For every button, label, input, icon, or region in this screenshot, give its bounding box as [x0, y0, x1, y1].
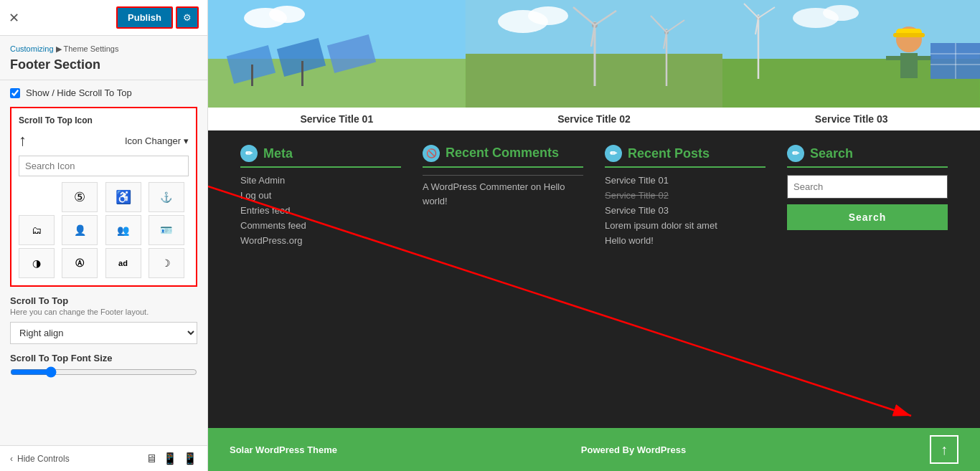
scroll-to-top-label: Scroll To Top	[10, 295, 197, 306]
service-image-1	[208, 0, 466, 108]
meta-link-logout[interactable]: Log out	[240, 190, 401, 201]
icon-cell-5[interactable]: 👤	[62, 215, 98, 245]
meta-widget-title: ✏ Meta	[240, 145, 401, 168]
panel-content: Show / Hide Scroll To Top Scroll To Top …	[0, 80, 207, 445]
recent-post-1[interactable]: Service Title 01	[605, 175, 765, 186]
recent-posts-title: ✏ Recent Posts	[605, 145, 765, 168]
recent-comments-title-text: Recent Comments	[446, 146, 559, 161]
recent-comments-title: 🚫 Recent Comments	[423, 145, 583, 168]
view-icons: 🖥 📱 📱	[146, 452, 197, 465]
recent-post-2[interactable]: Service Title 02	[605, 190, 765, 201]
comment-author: A WordPress Commenter	[423, 181, 528, 192]
meta-link-site-admin[interactable]: Site Admin	[240, 175, 401, 186]
meta-widget: ✏ Meta Site Admin Log out Entries feed C…	[230, 145, 412, 414]
scroll-to-top-desc: Here you can change the Footer layout.	[10, 308, 197, 316]
chevron-left-icon: ‹	[10, 454, 13, 464]
svg-point-22	[528, 6, 568, 25]
breadcrumb-separator: ▶	[56, 44, 64, 53]
services-images-row	[208, 0, 980, 108]
svg-point-9	[269, 6, 305, 23]
service-title-3: Service Title 03	[722, 108, 980, 130]
scroll-icon-title: Scroll To Top Icon	[19, 115, 189, 125]
icon-cell-9[interactable]: Ⓐ	[62, 248, 98, 278]
search-widget-icon: ✏	[787, 145, 804, 162]
search-widget: ✏ Search Search	[776, 145, 958, 414]
font-size-label: Scroll To Top Font Size	[10, 353, 197, 363]
recent-posts-title-text: Recent Posts	[628, 146, 710, 161]
meta-link-comments-feed[interactable]: Comments feed	[240, 220, 401, 231]
hide-controls-label: Hide Controls	[17, 454, 70, 464]
main-content: Service Title 01 Service Title 02 Servic…	[208, 0, 980, 471]
bottom-controls: ‹ Hide Controls 🖥 📱 📱	[0, 445, 207, 471]
publish-area: Publish ⚙	[116, 6, 199, 29]
svg-rect-6	[251, 65, 253, 86]
mobile-view-button[interactable]: 📱	[183, 452, 197, 465]
svg-rect-29	[918, 56, 932, 60]
icon-cell-10[interactable]: ad	[105, 248, 141, 278]
icon-cell-11[interactable]: ☽	[149, 248, 184, 278]
recent-post-5[interactable]: Hello world!	[605, 235, 765, 246]
recent-posts-widget: ✏ Recent Posts Service Title 01 Service …	[594, 145, 776, 414]
svg-point-40	[823, 5, 859, 21]
icon-cell-8[interactable]: ◑	[19, 248, 55, 278]
footer-right-text: Powered By WordPress	[581, 444, 686, 455]
footer-section: ✏ Meta Site Admin Log out Entries feed C…	[208, 130, 980, 471]
desktop-view-button[interactable]: 🖥	[146, 452, 157, 465]
customizing-link[interactable]: Customizing	[10, 44, 54, 53]
show-hide-row: Show / Hide Scroll To Top	[10, 87, 197, 98]
search-icon-input[interactable]	[19, 156, 189, 176]
main-content-wrapper: Service Title 01 Service Title 02 Servic…	[208, 0, 980, 471]
chevron-down-icon: ▾	[184, 135, 189, 146]
svg-rect-26	[893, 33, 925, 37]
left-panel: ✕ Publish ⚙ Customizing ▶ Theme Settings…	[0, 0, 208, 471]
icon-cell-1[interactable]: ⑤	[62, 182, 98, 212]
search-submit-button[interactable]: Search	[787, 204, 948, 230]
align-dropdown[interactable]: Right align Left align Center align	[10, 322, 197, 344]
icon-changer-dropdown[interactable]: Icon Changer ▾	[125, 135, 189, 146]
font-size-section: Scroll To Top Font Size	[10, 353, 197, 381]
icon-cell-empty	[19, 182, 55, 212]
section-title-area: Footer Section	[0, 54, 207, 80]
recent-comment: A WordPress Commenter on Hello world!	[423, 175, 583, 208]
show-hide-label: Show / Hide Scroll To Top	[26, 87, 132, 98]
top-bar: ✕ Publish ⚙	[0, 0, 207, 36]
scroll-to-top-section: Scroll To Top Here you can change the Fo…	[10, 295, 197, 344]
icon-changer-row: ↑ Icon Changer ▾	[19, 131, 189, 150]
recent-posts-icon: ✏	[605, 145, 622, 162]
service-titles-row: Service Title 01 Service Title 02 Servic…	[208, 108, 980, 130]
icon-cell-4[interactable]: 🗂	[19, 215, 55, 245]
search-title-text: Search	[810, 146, 853, 161]
icon-cell-2[interactable]: ♿	[105, 182, 141, 212]
show-hide-checkbox[interactable]	[10, 88, 20, 98]
scroll-top-fab-button[interactable]: ↑	[930, 435, 958, 464]
recent-comments-icon: 🚫	[423, 145, 440, 162]
footer-bottom-bar: Solar WordPress Theme Powered By WordPre…	[208, 428, 980, 471]
recent-post-3[interactable]: Service Title 03	[605, 205, 765, 216]
icon-cell-3[interactable]: ⚓	[149, 182, 184, 212]
font-size-slider[interactable]	[10, 366, 197, 378]
hide-controls-button[interactable]: ‹ Hide Controls	[10, 454, 70, 464]
svg-rect-30	[930, 43, 980, 79]
meta-title-text: Meta	[263, 146, 293, 161]
meta-link-wordpress[interactable]: WordPress.org	[240, 235, 401, 246]
icon-changer-label: Icon Changer	[125, 135, 181, 146]
footer-widgets: ✏ Meta Site Admin Log out Entries feed C…	[208, 130, 980, 428]
recent-comments-widget: 🚫 Recent Comments A WordPress Commenter …	[412, 145, 594, 414]
svg-rect-7	[301, 61, 303, 86]
close-button[interactable]: ✕	[9, 10, 19, 26]
scroll-icon-box: Scroll To Top Icon ↑ Icon Changer ▾ ⑤ ♿ …	[10, 107, 197, 287]
breadcrumb: Customizing ▶ Theme Settings	[0, 36, 207, 54]
svg-rect-28	[886, 56, 900, 60]
icon-cell-6[interactable]: 👥	[105, 215, 141, 245]
publish-button[interactable]: Publish	[116, 6, 173, 29]
gear-button[interactable]: ⚙	[176, 6, 199, 29]
meta-icon: ✏	[240, 145, 258, 162]
icon-cell-7[interactable]: 🪪	[149, 215, 184, 245]
meta-link-entries-feed[interactable]: Entries feed	[240, 205, 401, 216]
tablet-view-button[interactable]: 📱	[163, 452, 177, 465]
recent-post-4[interactable]: Lorem ipsum dolor sit amet	[605, 220, 765, 231]
service-title-1: Service Title 01	[208, 108, 466, 130]
service-image-2	[466, 0, 723, 108]
search-input[interactable]	[787, 175, 948, 199]
icon-grid: ⑤ ♿ ⚓ 🗂 👤 👥 🪪 ◑ Ⓐ ad ☽	[19, 182, 189, 278]
